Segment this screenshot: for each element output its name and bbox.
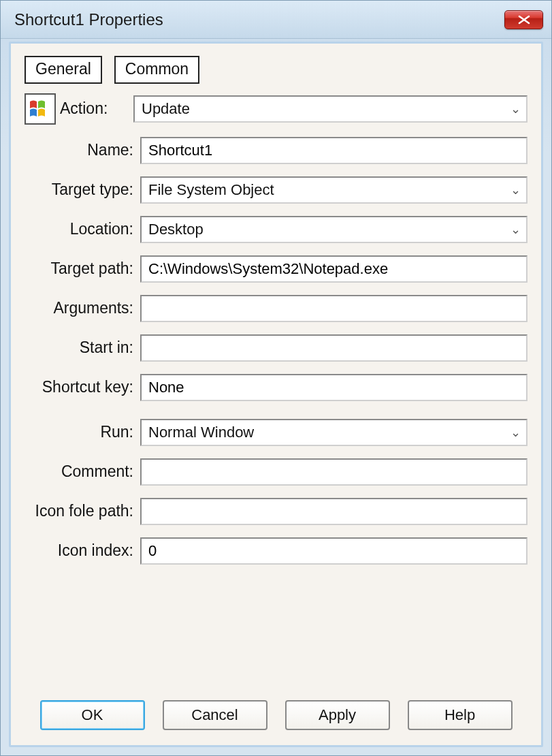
button-bar: OK Cancel Apply Help (11, 700, 541, 730)
label-action: Action: (60, 100, 133, 117)
comment-input[interactable] (140, 458, 527, 486)
label-name: Name: (25, 142, 140, 159)
row-start-in: Start in: (25, 334, 527, 362)
action-select[interactable]: Update (133, 95, 527, 123)
tab-general[interactable]: General (25, 56, 102, 84)
label-arguments: Arguments: (25, 300, 140, 317)
row-target-type: Target type: File System Object ⌄ (25, 176, 527, 204)
label-comment: Comment: (25, 463, 140, 480)
tab-strip: General Common (25, 56, 527, 84)
arguments-input[interactable] (140, 295, 527, 322)
row-arguments: Arguments: (25, 295, 527, 322)
client-area: General Common Action: (9, 42, 543, 747)
row-location: Location: Desktop ⌄ (25, 216, 527, 243)
start-in-input[interactable] (140, 334, 527, 362)
row-action: Action: Update ⌄ (25, 93, 527, 125)
comment-value[interactable] (148, 463, 504, 481)
row-run: Run: Normal Window ⌄ (25, 419, 527, 446)
arguments-value[interactable] (148, 300, 504, 317)
cancel-button[interactable]: Cancel (163, 700, 267, 730)
target-type-select[interactable]: File System Object (140, 176, 527, 204)
target-type-value: File System Object (148, 181, 274, 199)
windows-logo-icon (25, 93, 56, 125)
name-value[interactable] (148, 142, 504, 159)
close-icon (517, 15, 532, 25)
row-comment: Comment: (25, 458, 527, 486)
row-icon-path: Icon fole path: (25, 498, 527, 525)
properties-dialog: Shortcut1 Properties General Common (0, 0, 552, 756)
label-target-path: Target path: (25, 260, 140, 277)
row-name: Name: (25, 137, 527, 164)
location-select[interactable]: Desktop (140, 216, 527, 243)
row-shortcut-key: Shortcut key: (25, 374, 527, 401)
location-value: Desktop (148, 221, 204, 238)
apply-button[interactable]: Apply (285, 700, 390, 730)
close-button[interactable] (504, 10, 543, 29)
icon-index-value[interactable] (148, 542, 504, 560)
run-select[interactable]: Normal Window (140, 419, 527, 446)
ok-button[interactable]: OK (40, 700, 145, 730)
icon-path-value[interactable] (148, 503, 504, 520)
label-icon-path: Icon fole path: (25, 503, 140, 520)
icon-path-input[interactable] (140, 498, 527, 525)
name-input[interactable] (140, 137, 527, 164)
target-path-value[interactable] (148, 260, 504, 278)
form: Action: Update ⌄ Name: (25, 93, 527, 565)
label-location: Location: (25, 221, 140, 238)
row-icon-index: Icon index: (25, 537, 527, 565)
label-shortcut-key: Shortcut key: (25, 379, 140, 396)
icon-index-input[interactable] (140, 537, 527, 565)
label-icon-index: Icon index: (25, 542, 140, 559)
label-run: Run: (25, 424, 140, 441)
tab-common[interactable]: Common (114, 56, 199, 84)
shortcut-key-input[interactable] (140, 374, 527, 401)
target-path-input[interactable] (140, 255, 527, 283)
help-button[interactable]: Help (408, 700, 513, 730)
label-start-in: Start in: (25, 339, 140, 356)
window-title: Shortcut1 Properties (9, 10, 163, 29)
shortcut-key-value[interactable] (148, 379, 504, 396)
action-value: Update (142, 100, 190, 118)
label-target-type: Target type: (25, 181, 140, 198)
start-in-value[interactable] (148, 339, 504, 357)
logo-cell (25, 93, 60, 125)
row-target-path: Target path: (25, 255, 527, 283)
run-value: Normal Window (148, 424, 254, 441)
titlebar: Shortcut1 Properties (1, 1, 551, 39)
